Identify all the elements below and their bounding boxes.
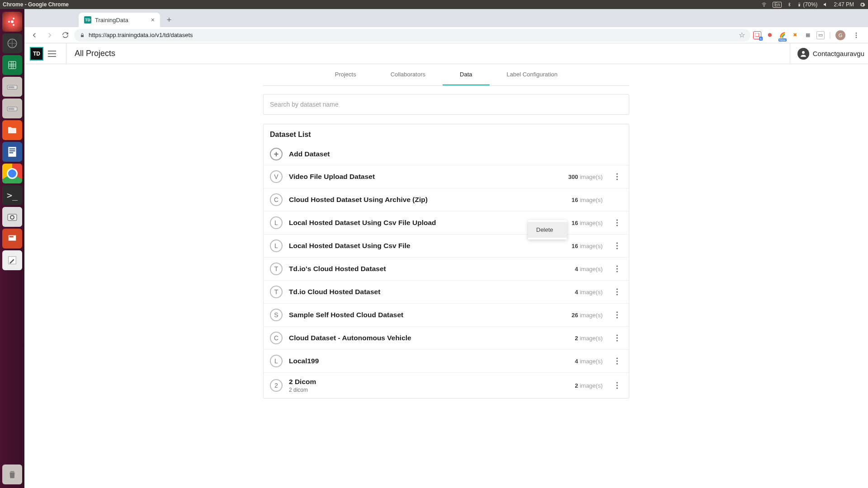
svg-point-54	[616, 363, 618, 364]
dataset-row-menu-button[interactable]	[612, 263, 623, 274]
dataset-row[interactable]: LLocal Hosted Dataset Using Csv File Upl…	[264, 211, 629, 234]
svg-point-24	[856, 33, 857, 34]
extension-icon-1[interactable]: ❏s	[753, 31, 761, 39]
launcher-files-icon[interactable]	[2, 120, 22, 140]
dataset-row[interactable]: VVideo File Upload Dataset300 image(s)	[264, 165, 629, 188]
dataset-name: 2 Dicom	[289, 378, 569, 386]
dataset-image-count: 16 image(s)	[571, 197, 603, 203]
new-tab-button[interactable]: +	[163, 14, 175, 26]
launcher-document-icon[interactable]	[2, 142, 22, 162]
tab-label-configuration[interactable]: Label Configuration	[490, 64, 575, 85]
nav-back-button[interactable]	[28, 29, 41, 42]
launcher-trash-icon[interactable]	[2, 465, 22, 484]
dataset-row-menu-button[interactable]	[612, 310, 623, 320]
dataset-list-card: Dataset List + Add Dataset VVideo File U…	[263, 124, 629, 399]
chrome-window: × – □ TD TrainingData × + https://app.tr…	[24, 9, 868, 488]
svg-point-55	[616, 382, 618, 383]
battery-percent: (70%)	[803, 1, 817, 8]
launcher-terminal-icon[interactable]: >_	[2, 185, 22, 205]
dataset-initial-badge: 2	[270, 379, 283, 392]
gear-icon[interactable]	[859, 2, 865, 8]
launcher-ide-icon[interactable]	[2, 33, 22, 53]
dataset-row[interactable]: LLocal1994 image(s)	[264, 349, 629, 372]
user-menu[interactable]: Contactgauravgu	[790, 43, 868, 64]
dataset-row-menu-button[interactable]	[612, 356, 623, 366]
page-title: All Projects	[75, 49, 115, 58]
svg-rect-20	[9, 235, 16, 241]
svg-point-42	[616, 271, 618, 272]
svg-point-6	[13, 18, 14, 19]
dataset-row-menu-button[interactable]	[612, 171, 623, 182]
hamburger-menu-button[interactable]	[48, 48, 59, 59]
toolbar-extensions: ❏s ⬢ 🌈New ✖ ▦ ▭ | G	[753, 29, 864, 42]
launcher-camera-icon[interactable]	[2, 207, 22, 227]
svg-point-36	[616, 225, 618, 226]
dataset-row[interactable]: TTd.io's Cloud Hosted Dataset4 image(s)	[264, 257, 629, 280]
browser-tab-active[interactable]: TD TrainingData ×	[79, 13, 160, 27]
search-input[interactable]	[263, 94, 629, 115]
dataset-row-menu-button[interactable]	[612, 240, 623, 251]
dataset-row[interactable]: TTd.io Cloud Hosted Dataset4 image(s)	[264, 280, 629, 303]
tab-projects[interactable]: Projects	[318, 64, 373, 85]
dataset-subtitle: 2 dicom	[289, 387, 569, 393]
tab-collaborators[interactable]: Collaborators	[373, 64, 443, 85]
svg-point-57	[616, 387, 618, 389]
dataset-image-count: 4 image(s)	[575, 289, 603, 296]
context-menu-delete[interactable]: Delete	[528, 222, 567, 238]
dataset-image-count: 2 image(s)	[575, 335, 603, 342]
chrome-menu-button[interactable]	[850, 29, 863, 42]
launcher-disk2-icon[interactable]	[2, 99, 22, 118]
clock[interactable]: 2:47 PM	[834, 1, 854, 8]
svg-rect-3	[799, 4, 800, 6]
dataset-initial-badge: L	[270, 239, 283, 252]
dataset-row[interactable]: 22 Dicom2 dicom2 image(s)	[264, 372, 629, 398]
profile-avatar[interactable]: G	[835, 30, 845, 40]
extension-icon-2[interactable]: ⬢	[766, 31, 774, 39]
dataset-name: Td.io's Cloud Hosted Dataset	[289, 265, 569, 273]
dataset-row[interactable]: SSample Self Hosted Cloud Dataset26 imag…	[264, 303, 629, 326]
app-logo[interactable]: TD	[30, 47, 43, 61]
nav-reload-button[interactable]	[59, 29, 71, 42]
launcher-spreadsheet-icon[interactable]	[2, 55, 22, 75]
svg-rect-17	[9, 152, 14, 153]
svg-point-4	[11, 20, 14, 23]
dataset-row-menu-button[interactable]	[612, 286, 623, 297]
keyboard-lang-indicator[interactable]: En	[773, 2, 782, 8]
dataset-name: Local Hosted Dataset Using Csv File Uplo…	[289, 219, 565, 227]
wifi-icon[interactable]	[761, 2, 767, 7]
dataset-name: Sample Self Hosted Cloud Dataset	[289, 311, 565, 319]
launcher-chrome-icon[interactable]	[2, 164, 22, 183]
volume-icon[interactable]	[823, 2, 828, 7]
launcher-disk1-icon[interactable]	[2, 77, 22, 97]
dataset-row[interactable]: LLocal Hosted Dataset Using Csv File16 i…	[264, 234, 629, 257]
dataset-initial-badge: C	[270, 332, 283, 344]
extension-icon-6[interactable]: ▭	[816, 31, 825, 39]
dataset-initial-badge: V	[270, 170, 283, 183]
dataset-row[interactable]: CCloud Hosted Dataset Using Archive (Zip…	[264, 188, 629, 211]
battery-indicator[interactable]: (70%)	[797, 1, 817, 8]
address-bar[interactable]: https://app.trainingdata.io/v1/td/datase…	[74, 29, 750, 42]
add-dataset-button[interactable]: + Add Dataset	[264, 143, 629, 165]
lock-icon	[80, 33, 85, 38]
svg-point-44	[616, 291, 618, 292]
extension-icon-4[interactable]: ✖	[791, 31, 799, 39]
tab-close-icon[interactable]: ×	[151, 16, 155, 23]
bluetooth-icon[interactable]	[787, 2, 792, 7]
dataset-row-menu-button[interactable]	[612, 333, 623, 343]
extension-icon-5[interactable]: ▦	[804, 31, 812, 39]
svg-rect-9	[9, 61, 16, 69]
dataset-row[interactable]: CCloud Dataset - Autonomous Vehicle2 ima…	[264, 326, 629, 349]
svg-point-56	[616, 385, 618, 386]
nav-forward-button[interactable]	[43, 29, 56, 42]
extension-icon-3[interactable]: 🌈New	[778, 31, 787, 39]
bookmark-star-icon[interactable]: ☆	[739, 31, 745, 39]
dataset-row-menu-button[interactable]	[612, 380, 623, 391]
dataset-row-menu-button[interactable]	[612, 217, 623, 228]
launcher-presentation-icon[interactable]	[2, 229, 22, 249]
launcher-dash-icon[interactable]	[2, 12, 22, 32]
plus-circle-icon: +	[270, 148, 283, 160]
launcher-texteditor-icon[interactable]	[2, 250, 22, 270]
tab-data[interactable]: Data	[443, 64, 489, 85]
svg-rect-21	[9, 236, 14, 238]
svg-point-40	[616, 265, 618, 267]
